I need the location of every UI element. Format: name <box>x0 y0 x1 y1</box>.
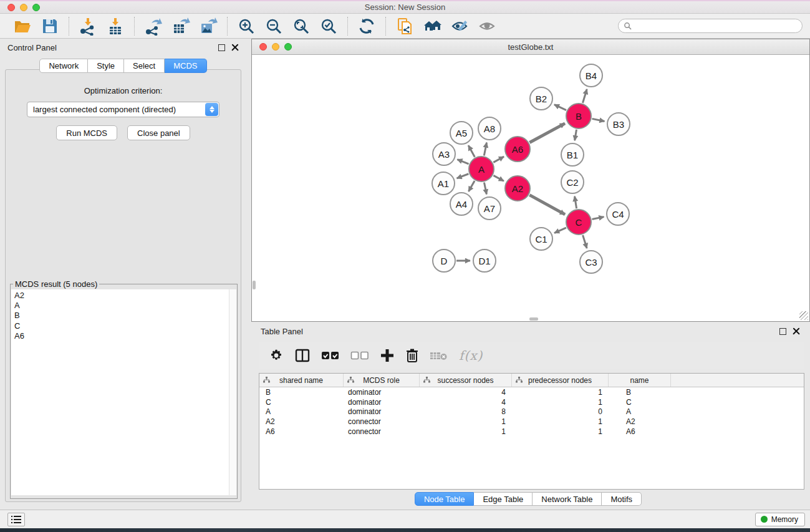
graph-edge-A2-C[interactable] <box>529 195 565 215</box>
column-layout-icon[interactable] <box>294 347 311 364</box>
zoom-fit-icon[interactable] <box>290 16 312 37</box>
float-table-panel-icon[interactable] <box>779 328 786 335</box>
table-row[interactable]: A2connector11A2 <box>259 417 804 427</box>
result-item[interactable]: A2 <box>14 291 229 301</box>
table-row[interactable]: A6connector11A6 <box>259 427 804 437</box>
export-network-icon[interactable] <box>142 16 165 37</box>
graph-edge-B-B2[interactable] <box>554 105 566 110</box>
graph-edge-A-A8[interactable] <box>484 143 486 156</box>
refresh-icon[interactable] <box>355 16 378 37</box>
close-panel-button[interactable]: Close panel <box>127 125 190 140</box>
float-panel-icon[interactable] <box>218 44 225 51</box>
table-row[interactable]: Bdominator41B <box>259 387 804 397</box>
run-mcds-button[interactable]: Run MCDS <box>56 125 117 140</box>
search-text-field[interactable] <box>635 21 802 32</box>
close-table-panel-icon[interactable] <box>793 327 800 335</box>
tab-select[interactable]: Select <box>124 59 165 73</box>
deselect-all-icon[interactable] <box>350 350 369 361</box>
graph-node-A7[interactable]: A7 <box>478 196 501 220</box>
tab-mcds[interactable]: MCDS <box>165 59 206 73</box>
column-header-successor-nodes[interactable]: successor nodes <box>420 374 512 387</box>
open-session-icon[interactable] <box>11 16 34 37</box>
graph-edge-C-C2[interactable] <box>575 196 577 209</box>
result-scrollbar[interactable] <box>229 289 236 495</box>
graph-node-C3[interactable]: C3 <box>579 250 603 274</box>
graph-edge-B-B1[interactable] <box>575 130 577 141</box>
import-table-icon[interactable] <box>104 16 127 37</box>
tab-edge-table[interactable]: Edge Table <box>474 492 533 506</box>
clone-network-icon[interactable] <box>393 16 416 37</box>
graph-edge-A-A2[interactable] <box>493 175 504 181</box>
task-history-icon[interactable] <box>7 513 25 526</box>
result-item[interactable]: A6 <box>14 331 229 341</box>
tab-network-table[interactable]: Network Table <box>533 492 602 506</box>
mcds-result-list[interactable]: A2ABCA6 <box>11 289 229 495</box>
import-network-icon[interactable] <box>77 16 99 37</box>
save-session-icon[interactable] <box>39 16 61 37</box>
graph-edge-B-B3[interactable] <box>592 118 605 121</box>
graph-node-B4[interactable]: B4 <box>579 64 603 87</box>
graph-edge-C-C3[interactable] <box>583 235 587 248</box>
column-header-predecessor-nodes[interactable]: predecessor nodes <box>512 374 609 387</box>
export-table-icon[interactable] <box>170 16 192 37</box>
graph-node-A8[interactable]: A8 <box>478 117 501 140</box>
graph-node-D[interactable]: D <box>432 249 456 273</box>
export-image-icon[interactable] <box>197 16 219 37</box>
graph-edge-A-A6[interactable] <box>493 157 504 162</box>
network-canvas[interactable]: B4B2BB3A8A5A6A3B1AC2A1A2A4A7C4CC1DD1C3 <box>252 55 809 321</box>
graph-node-A3[interactable]: A3 <box>432 142 456 166</box>
table-row[interactable]: Adominator80A <box>259 407 804 417</box>
select-all-icon[interactable] <box>321 350 340 361</box>
column-header-MCDS-role[interactable]: MCDS role <box>344 374 420 387</box>
graph-node-A6[interactable]: A6 <box>504 136 531 162</box>
column-header-name[interactable]: name <box>609 374 671 387</box>
graph-edge-A6-B[interactable] <box>529 123 565 143</box>
graph-edge-B-B4[interactable] <box>582 89 587 103</box>
graph-edge-A-A3[interactable] <box>457 160 468 164</box>
add-icon[interactable] <box>380 348 395 363</box>
show-graphics-details-icon[interactable] <box>476 16 498 37</box>
graph-edge-A-A4[interactable] <box>468 181 475 191</box>
graph-edge-A-A7[interactable] <box>484 183 486 195</box>
graph-node-B[interactable]: B <box>566 103 592 129</box>
graph-node-B1[interactable]: B1 <box>561 143 584 167</box>
column-header-shared-name[interactable]: shared name <box>259 374 344 387</box>
graph-node-C1[interactable]: C1 <box>529 227 553 251</box>
optimization-criterion-select[interactable]: largest connected component (directed) <box>27 102 219 117</box>
memory-button[interactable]: Memory <box>755 513 805 526</box>
zoom-selected-icon[interactable] <box>317 16 340 37</box>
table-row[interactable]: Cdominator41C <box>259 397 804 407</box>
result-item[interactable]: A <box>14 301 229 311</box>
search-input[interactable] <box>618 19 803 33</box>
delete-icon[interactable] <box>405 348 419 363</box>
graph-node-A1[interactable]: A1 <box>432 172 455 195</box>
resize-grip[interactable] <box>799 311 808 320</box>
vertical-scroll-thumb[interactable] <box>253 281 256 289</box>
graph-node-A4[interactable]: A4 <box>450 192 473 216</box>
graph-node-A5[interactable]: A5 <box>450 121 473 145</box>
graph-edge-A-A1[interactable] <box>457 174 469 178</box>
graph-node-B2[interactable]: B2 <box>529 87 553 110</box>
graph-node-C4[interactable]: C4 <box>606 202 630 226</box>
horizontal-scroll-thumb[interactable] <box>529 317 538 321</box>
tab-node-table[interactable]: Node Table <box>415 492 475 506</box>
graph-node-C[interactable]: C <box>566 209 592 235</box>
network-window-titlebar[interactable]: testGlobe.txt <box>252 39 809 55</box>
result-item[interactable]: B <box>14 311 229 321</box>
tab-network[interactable]: Network <box>39 59 88 73</box>
zoom-in-icon[interactable] <box>235 16 258 37</box>
result-item[interactable]: C <box>14 321 229 331</box>
graph-node-A[interactable]: A <box>468 156 494 182</box>
home-layout-icon[interactable] <box>421 16 443 37</box>
close-panel-icon[interactable] <box>231 44 239 51</box>
settings-gear-icon[interactable] <box>269 348 284 363</box>
toggle-annotations-icon[interactable] <box>448 16 471 37</box>
graph-edge-A-A5[interactable] <box>468 145 475 157</box>
zoom-out-icon[interactable] <box>263 16 285 37</box>
graph-edge-C-C4[interactable] <box>592 217 604 220</box>
graph-node-D1[interactable]: D1 <box>473 249 496 273</box>
graph-edge-C-C1[interactable] <box>554 228 566 233</box>
graph-node-B3[interactable]: B3 <box>607 112 630 136</box>
tab-style[interactable]: Style <box>88 59 124 73</box>
tab-motifs[interactable]: Motifs <box>602 492 642 506</box>
